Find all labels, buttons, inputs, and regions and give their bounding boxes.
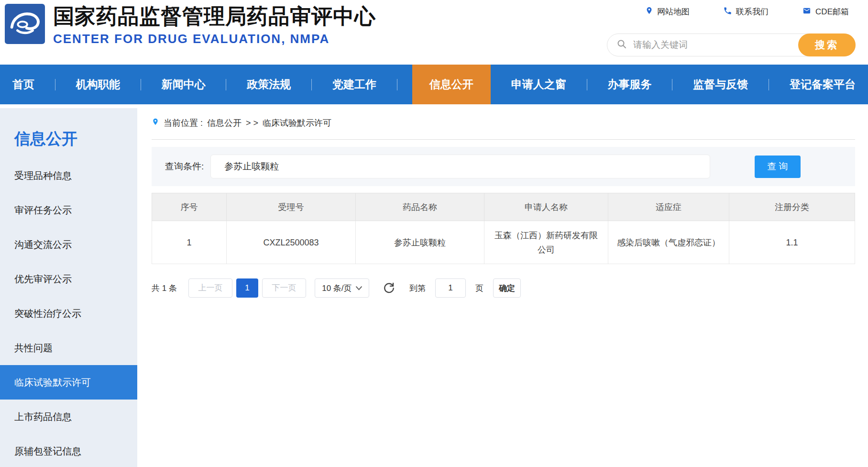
sidebar-item-accepted-varieties[interactable]: 受理品种信息 [0, 158, 137, 193]
chevron-down-icon [356, 283, 362, 293]
nav-separator [311, 79, 312, 90]
query-panel: 查询条件: 查询 [152, 147, 855, 186]
breadcrumb-current: 临床试验默示许可 [263, 117, 331, 129]
page-number-1[interactable]: 1 [236, 278, 258, 298]
cell-registration-class: 1.1 [729, 221, 855, 264]
nav-separator [397, 79, 397, 90]
sidebar-item-common-issues[interactable]: 共性问题 [0, 331, 137, 365]
goto-page-unit: 页 [475, 283, 483, 294]
sitemap-label: 网站地图 [657, 6, 690, 17]
search-input[interactable] [626, 40, 799, 50]
table-row: 1 CXZL2500083 参苏止咳颗粒 玉森（江西）新药研发有限公司 感染后咳… [152, 221, 855, 264]
breadcrumb: 当前位置 : 信息公开 > > 临床试验默示许可 [152, 117, 855, 129]
page-size-select[interactable]: 10 条/页 [315, 278, 369, 298]
prev-page-button[interactable]: 上一页 [188, 278, 232, 298]
page-size-value: 10 条/页 [322, 283, 352, 294]
query-button[interactable]: 查询 [755, 156, 801, 178]
sidebar-item-breakthrough-therapy[interactable]: 突破性治疗公示 [0, 296, 137, 331]
cell-drug-name: 参苏止咳颗粒 [356, 221, 484, 264]
cell-seq: 1 [152, 221, 227, 264]
pagination: 共 1 条 上一页 1 下一页 10 条/页 到第 页 确定 [152, 278, 855, 298]
confirm-button[interactable]: 确定 [493, 278, 521, 298]
query-input[interactable] [210, 155, 710, 178]
contact-label: 联系我们 [736, 6, 769, 17]
nav-separator [769, 79, 769, 90]
sidebar-item-review-tasks[interactable]: 审评任务公示 [0, 193, 137, 227]
nav-item-info-disclosure[interactable]: 信息公开 [412, 65, 491, 104]
nav-item-functions[interactable]: 机构职能 [70, 65, 126, 104]
next-page-button[interactable]: 下一页 [262, 278, 306, 298]
header-quick-links: 网站地图 联系我们 CDE邮箱 [645, 6, 849, 18]
contact-link[interactable]: 联系我们 [723, 6, 769, 18]
nav-item-policies[interactable]: 政策法规 [241, 65, 297, 104]
site-header: 国家药品监督管理局药品审评中心 CENTER FOR DRUG EVALUATI… [0, 0, 868, 65]
nav-item-news[interactable]: 新闻中心 [156, 65, 211, 104]
breadcrumb-divider [152, 139, 855, 140]
nav-separator [141, 79, 141, 90]
goto-page-input[interactable] [435, 278, 466, 298]
search-icon [617, 39, 626, 51]
sidebar-title: 信息公开 [0, 108, 137, 150]
col-seq: 序号 [152, 193, 227, 221]
nav-item-services[interactable]: 办事服务 [602, 65, 657, 104]
breadcrumb-separator: > > [246, 118, 258, 128]
col-registration-class: 注册分类 [729, 193, 855, 221]
breadcrumb-label: 当前位置 : [164, 117, 203, 129]
sidebar-item-priority-review[interactable]: 优先审评公示 [0, 262, 137, 296]
results-table: 序号 受理号 药品名称 申请人名称 适应症 注册分类 1 CXZL2500083… [152, 193, 855, 264]
cell-acceptance-no: CXZL2500083 [227, 221, 356, 264]
refresh-icon[interactable] [383, 281, 397, 295]
sidebar-item-clinical-trial-implied-license[interactable]: 临床试验默示许可 [0, 365, 137, 400]
col-applicant: 申请人名称 [484, 193, 608, 221]
nav-separator [226, 79, 226, 90]
main-nav: 首页 机构职能 新闻中心 政策法规 党建工作 信息公开 申请人之窗 办事服务 监… [0, 65, 868, 104]
col-acceptance-no: 受理号 [227, 193, 356, 221]
nav-item-home[interactable]: 首页 [7, 65, 40, 104]
sidebar-item-communication[interactable]: 沟通交流公示 [0, 227, 137, 262]
breadcrumb-pin-icon [152, 117, 159, 129]
site-title-en: CENTER FOR DRUG EVALUATION, NMPA [53, 32, 376, 46]
nav-item-applicant-window[interactable]: 申请人之窗 [505, 65, 572, 104]
cde-logo [5, 4, 45, 44]
search-button[interactable]: 搜索 [798, 33, 856, 56]
goto-page-label: 到第 [409, 283, 426, 294]
nav-separator [55, 79, 55, 90]
location-pin-icon [645, 6, 653, 18]
nav-item-party[interactable]: 党建工作 [327, 65, 382, 104]
sitemap-link[interactable]: 网站地图 [645, 6, 690, 18]
table-header-row: 序号 受理号 药品名称 申请人名称 适应症 注册分类 [152, 193, 855, 221]
sidebar: 信息公开 受理品种信息 审评任务公示 沟通交流公示 优先审评公示 突破性治疗公示… [0, 108, 137, 467]
mailbox-label: CDE邮箱 [815, 6, 849, 17]
nav-separator [587, 79, 587, 90]
site-search: 搜索 [607, 33, 856, 56]
main-panel: 当前位置 : 信息公开 > > 临床试验默示许可 查询条件: 查询 序号 受理号… [137, 104, 868, 467]
sidebar-item-marketed-drugs[interactable]: 上市药品信息 [0, 400, 137, 434]
query-label: 查询条件: [165, 160, 204, 173]
nav-item-registration-platform[interactable]: 登记备案平台 [784, 65, 861, 104]
col-indication: 适应症 [608, 193, 729, 221]
envelope-icon [802, 7, 812, 17]
nav-separator [672, 79, 672, 90]
cell-applicant: 玉森（江西）新药研发有限公司 [484, 221, 608, 264]
mailbox-link[interactable]: CDE邮箱 [802, 6, 849, 18]
pagination-total: 共 1 条 [152, 283, 177, 294]
col-drug-name: 药品名称 [356, 193, 484, 221]
site-title-cn: 国家药品监督管理局药品审评中心 [53, 3, 376, 30]
cell-indication: 感染后咳嗽（气虚邪恋证） [608, 221, 729, 264]
nav-item-supervision[interactable]: 监督与反馈 [687, 65, 754, 104]
phone-icon [723, 6, 732, 18]
breadcrumb-section[interactable]: 信息公开 [207, 117, 242, 129]
sidebar-item-excipient-registration[interactable]: 原辅包登记信息 [0, 434, 137, 467]
